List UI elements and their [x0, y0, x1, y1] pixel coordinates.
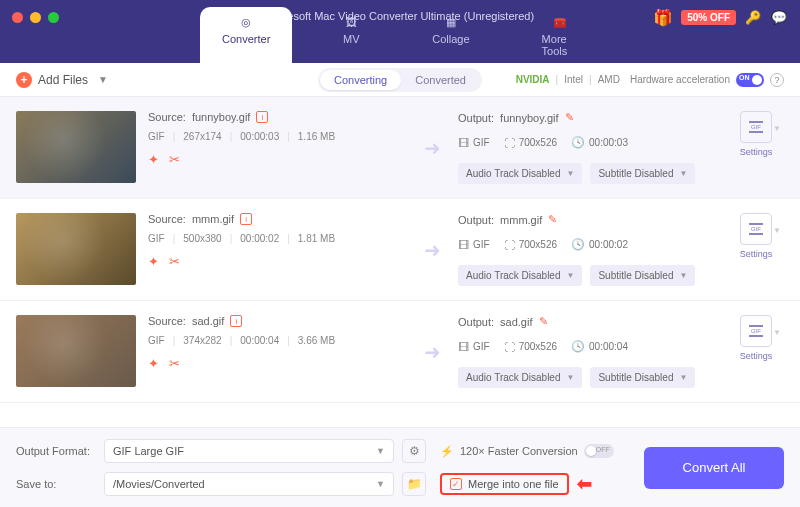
output-label: Output: [458, 316, 494, 328]
open-folder-button[interactable]: 📁 [402, 472, 426, 496]
audio-track-select[interactable]: Audio Track Disabled▼ [458, 367, 582, 388]
feedback-icon[interactable]: 💬 [770, 9, 788, 27]
file-list: Source: funnyboy.gif i GIF| 267x174| 00:… [0, 97, 800, 427]
filesize: 1.16 MB [298, 131, 335, 142]
status-segment: Converting Converted [318, 68, 482, 92]
list-item[interactable]: Source: funnyboy.gif i GIF| 267x174| 00:… [0, 97, 800, 199]
list-item[interactable]: Source: mmm.gif i GIF| 500x380| 00:00:02… [0, 199, 800, 301]
faster-toggle[interactable]: OFF [584, 444, 614, 458]
settings-column: GIF ▼ Settings [728, 111, 784, 157]
out-dims: 700x526 [519, 137, 557, 148]
dimensions: 267x174 [183, 131, 221, 142]
settings-label[interactable]: Settings [740, 249, 773, 259]
clock-icon: 🕓 [571, 136, 585, 149]
output-format-select[interactable]: GIF Large GIF ▼ [104, 439, 394, 463]
output-filename: sad.gif [500, 316, 532, 328]
resize-icon: ⛶ [504, 239, 515, 251]
audio-track-select[interactable]: Audio Track Disabled▼ [458, 163, 582, 184]
hw-nvidia: NVIDIA [516, 74, 550, 85]
output-label: Output: [458, 214, 494, 226]
settings-column: GIF ▼ Settings [728, 213, 784, 259]
discount-badge[interactable]: 50% OFF [681, 10, 736, 25]
cut-icon[interactable]: ✂ [169, 254, 180, 269]
header-bar: Aiseesoft Mac Video Converter Ultimate (… [0, 0, 800, 63]
output-profile-button[interactable]: GIF ▼ [740, 111, 772, 143]
toggle-knob [586, 446, 596, 456]
edit-icon[interactable]: ✦ [148, 254, 159, 269]
save-to-select[interactable]: /Movies/Converted ▼ [104, 472, 394, 496]
chevron-down-icon: ▼ [567, 169, 575, 178]
thumbnail[interactable] [16, 315, 136, 387]
add-files-button[interactable]: + Add Files ▼ [16, 72, 108, 88]
info-icon[interactable]: i [256, 111, 268, 123]
edit-icon[interactable]: ✦ [148, 152, 159, 167]
plus-icon: + [16, 72, 32, 88]
output-filename: mmm.gif [500, 214, 542, 226]
thumbnail[interactable] [16, 213, 136, 285]
close-window-button[interactable] [12, 12, 23, 23]
rename-icon[interactable]: ✎ [565, 111, 574, 124]
convert-all-button[interactable]: Convert All [644, 447, 784, 489]
format: GIF [148, 131, 165, 142]
collage-icon: ▦ [442, 13, 460, 31]
segment-converting[interactable]: Converting [320, 70, 401, 90]
rename-icon[interactable]: ✎ [548, 213, 557, 226]
settings-label[interactable]: Settings [740, 147, 773, 157]
footer: Output Format: GIF Large GIF ▼ ⚙ ⚡ 120× … [0, 427, 800, 507]
chevron-down-icon: ▼ [679, 169, 687, 178]
film-icon: 🎞 [458, 341, 469, 353]
cut-icon[interactable]: ✂ [169, 152, 180, 167]
chevron-down-icon: ▼ [376, 446, 385, 456]
gift-icon[interactable]: 🎁 [653, 8, 673, 27]
clock-icon: 🕓 [571, 340, 585, 353]
out-duration: 00:00:02 [589, 239, 628, 250]
audio-track-select[interactable]: Audio Track Disabled▼ [458, 265, 582, 286]
edit-icon[interactable]: ✦ [148, 356, 159, 371]
cut-icon[interactable]: ✂ [169, 356, 180, 371]
out-format: GIF [473, 239, 490, 250]
output-settings-button[interactable]: ⚙ [402, 439, 426, 463]
rename-icon[interactable]: ✎ [539, 315, 548, 328]
help-icon[interactable]: ? [770, 73, 784, 87]
main-tabs: ◎ Converter 🖼 MV ▦ Collage 🧰 More Tools [200, 7, 600, 63]
tab-mv[interactable]: 🖼 MV [320, 7, 382, 63]
info-icon[interactable]: i [240, 213, 252, 225]
subtitle-select[interactable]: Subtitle Disabled▼ [590, 163, 695, 184]
duration: 00:00:02 [240, 233, 279, 244]
chevron-down-icon[interactable]: ▼ [98, 74, 108, 85]
list-item[interactable]: Source: sad.gif i GIF| 374x282| 00:00:04… [0, 301, 800, 403]
dimensions: 374x282 [183, 335, 221, 346]
maximize-window-button[interactable] [48, 12, 59, 23]
hardware-acceleration: NVIDIA | Intel | AMD Hardware accelerati… [516, 73, 784, 87]
merge-label: Merge into one file [468, 478, 559, 490]
output-label: Output: [458, 112, 494, 124]
register-key-icon[interactable]: 🔑 [744, 9, 762, 27]
subtitle-select[interactable]: Subtitle Disabled▼ [590, 367, 695, 388]
hw-toggle[interactable]: ON [736, 73, 764, 87]
chevron-down-icon: ▼ [376, 479, 385, 489]
tab-label: Collage [432, 33, 469, 45]
thumbnail[interactable] [16, 111, 136, 183]
merge-checkbox[interactable]: ✓ Merge into one file [440, 473, 569, 495]
settings-column: GIF ▼ Settings [728, 315, 784, 361]
add-files-label: Add Files [38, 73, 88, 87]
info-icon[interactable]: i [230, 315, 242, 327]
clock-icon: 🕓 [571, 238, 585, 251]
tab-more-tools[interactable]: 🧰 More Tools [520, 7, 600, 63]
settings-label[interactable]: Settings [740, 351, 773, 361]
out-dims: 700x526 [519, 341, 557, 352]
faster-conversion: ⚡ 120× Faster Conversion OFF [440, 444, 636, 458]
dimensions: 500x380 [183, 233, 221, 244]
source-filename: sad.gif [192, 315, 224, 327]
chevron-down-icon: ▼ [679, 373, 687, 382]
output-profile-button[interactable]: GIF ▼ [740, 213, 772, 245]
subtitle-select[interactable]: Subtitle Disabled▼ [590, 265, 695, 286]
checkbox-icon: ✓ [450, 478, 462, 490]
output-format-label: Output Format: [16, 445, 96, 457]
tab-collage[interactable]: ▦ Collage [410, 7, 491, 63]
hw-label: Hardware acceleration [630, 74, 730, 85]
minimize-window-button[interactable] [30, 12, 41, 23]
tab-converter[interactable]: ◎ Converter [200, 7, 292, 63]
segment-converted[interactable]: Converted [401, 70, 480, 90]
output-profile-button[interactable]: GIF ▼ [740, 315, 772, 347]
